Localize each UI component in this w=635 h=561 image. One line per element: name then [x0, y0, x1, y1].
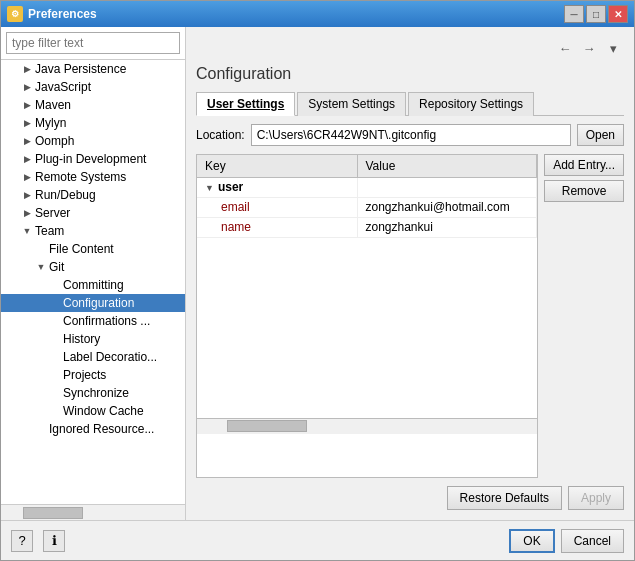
- tab-label-user-settings: User Settings: [207, 97, 284, 111]
- open-button[interactable]: Open: [577, 124, 624, 146]
- tree-arrow-plugin-dev: [21, 153, 33, 165]
- tree-arrow-java-persistence: [21, 63, 33, 75]
- add-entry-button[interactable]: Add Entry...: [544, 154, 624, 176]
- sidebar-label-remote-systems: Remote Systems: [35, 170, 126, 184]
- sidebar-label-server: Server: [35, 206, 70, 220]
- title-bar: ⚙ Preferences ─ □ ✕: [1, 1, 634, 27]
- window-title: Preferences: [28, 7, 564, 21]
- sidebar-label-window-cache: Window Cache: [63, 404, 144, 418]
- sidebar-label-ignored-resource: Ignored Resource...: [49, 422, 154, 436]
- cancel-button[interactable]: Cancel: [561, 529, 624, 553]
- sidebar-label-oomph: Oomph: [35, 134, 74, 148]
- table-row[interactable]: ▼user: [197, 177, 537, 197]
- sidebar-item-java-persistence[interactable]: Java Persistence: [1, 60, 185, 78]
- sidebar-label-maven: Maven: [35, 98, 71, 112]
- dialog-bottom-right: OK Cancel: [509, 529, 624, 553]
- sidebar-item-git[interactable]: Git: [1, 258, 185, 276]
- close-button[interactable]: ✕: [608, 5, 628, 23]
- sidebar-label-java-persistence: Java Persistence: [35, 62, 126, 76]
- left-hscroll[interactable]: [1, 504, 185, 520]
- tab-system-settings[interactable]: System Settings: [297, 92, 406, 116]
- sidebar-label-configuration: Configuration: [63, 296, 134, 310]
- minimize-button[interactable]: ─: [564, 5, 584, 23]
- sidebar-label-history: History: [63, 332, 100, 346]
- sidebar-label-git: Git: [49, 260, 64, 274]
- tree-arrow-maven: [21, 99, 33, 111]
- help-button[interactable]: ?: [11, 530, 33, 552]
- maximize-button[interactable]: □: [586, 5, 606, 23]
- tree-arrow-history: [49, 333, 61, 345]
- tabs: User SettingsSystem SettingsRepository S…: [196, 91, 624, 116]
- back-button[interactable]: ←: [554, 37, 576, 59]
- tab-user-settings[interactable]: User Settings: [196, 92, 295, 116]
- sidebar-item-file-content[interactable]: File Content: [1, 240, 185, 258]
- toolbar-row: ← → ▾: [196, 37, 624, 59]
- sidebar-item-history[interactable]: History: [1, 330, 185, 348]
- sidebar-item-projects[interactable]: Projects: [1, 366, 185, 384]
- sidebar-item-remote-systems[interactable]: Remote Systems: [1, 168, 185, 186]
- sidebar-label-run-debug: Run/Debug: [35, 188, 96, 202]
- location-row: Location: C:\Users\6CR442W9NT\.gitconfig…: [196, 124, 624, 146]
- tree-arrow-configuration: [49, 297, 61, 309]
- sidebar-item-window-cache[interactable]: Window Cache: [1, 402, 185, 420]
- table-row[interactable]: emailzongzhankui@hotmail.com: [197, 197, 537, 217]
- location-value: C:\Users\6CR442W9NT\.gitconfig: [251, 124, 571, 146]
- sidebar-item-run-debug[interactable]: Run/Debug: [1, 186, 185, 204]
- dropdown-button[interactable]: ▾: [602, 37, 624, 59]
- tree-arrow-file-content: [35, 243, 47, 255]
- dialog-bottom-left: ? ℹ: [11, 530, 65, 552]
- restore-defaults-button[interactable]: Restore Defaults: [447, 486, 562, 510]
- sidebar-item-plugin-dev[interactable]: Plug-in Development: [1, 150, 185, 168]
- sidebar-item-maven[interactable]: Maven: [1, 96, 185, 114]
- ok-button[interactable]: OK: [509, 529, 554, 553]
- location-label: Location:: [196, 128, 245, 142]
- sidebar-item-team[interactable]: Team: [1, 222, 185, 240]
- tree-arrow-oomph: [21, 135, 33, 147]
- tree-arrow-committing: [49, 279, 61, 291]
- sidebar-item-committing[interactable]: Committing: [1, 276, 185, 294]
- sidebar-item-ignored-resource[interactable]: Ignored Resource...: [1, 420, 185, 438]
- tree-arrow-projects: [49, 369, 61, 381]
- preferences-window: ⚙ Preferences ─ □ ✕ Java PersistenceJava…: [0, 0, 635, 561]
- col-key: Key: [197, 155, 357, 177]
- window-icon: ⚙: [7, 6, 23, 22]
- sidebar-item-oomph[interactable]: Oomph: [1, 132, 185, 150]
- window-controls: ─ □ ✕: [564, 5, 628, 23]
- tree-arrow-mylyn: [21, 117, 33, 129]
- table-hscroll[interactable]: [197, 418, 537, 434]
- dialog-bottom: ? ℹ OK Cancel: [1, 520, 634, 560]
- tree-arrow-javascript: [21, 81, 33, 93]
- sidebar-label-mylyn: Mylyn: [35, 116, 66, 130]
- tree-arrow-run-debug: [21, 189, 33, 201]
- table-header-row: Key Value: [197, 155, 537, 177]
- sidebar-item-synchronize[interactable]: Synchronize: [1, 384, 185, 402]
- sidebar-label-javascript: JavaScript: [35, 80, 91, 94]
- sidebar-label-confirmations: Confirmations ...: [63, 314, 150, 328]
- tab-repository-settings[interactable]: Repository Settings: [408, 92, 534, 116]
- info-button[interactable]: ℹ: [43, 530, 65, 552]
- content-area: Java PersistenceJavaScriptMavenMylynOomp…: [1, 27, 634, 520]
- bottom-row: Restore Defaults Apply: [196, 486, 624, 510]
- sidebar-label-plugin-dev: Plug-in Development: [35, 152, 146, 166]
- table-side-buttons: Add Entry... Remove: [544, 154, 624, 202]
- sidebar-label-file-content: File Content: [49, 242, 114, 256]
- forward-button[interactable]: →: [578, 37, 600, 59]
- sidebar-item-javascript[interactable]: JavaScript: [1, 78, 185, 96]
- filter-input[interactable]: [6, 32, 180, 54]
- panel-title: Configuration: [196, 65, 624, 83]
- col-value: Value: [357, 155, 537, 177]
- sidebar-item-configuration[interactable]: Configuration: [1, 294, 185, 312]
- tree-arrow-ignored-resource: [35, 423, 47, 435]
- config-table: Key Value ▼useremailzongzhankui@hotmail.…: [197, 155, 537, 238]
- sidebar-item-confirmations[interactable]: Confirmations ...: [1, 312, 185, 330]
- apply-button[interactable]: Apply: [568, 486, 624, 510]
- tree-arrow-team: [21, 225, 33, 237]
- table-wrapper: Key Value ▼useremailzongzhankui@hotmail.…: [196, 154, 624, 478]
- table-row[interactable]: namezongzhankui: [197, 217, 537, 237]
- tree-arrow-git: [35, 261, 47, 273]
- remove-button[interactable]: Remove: [544, 180, 624, 202]
- sidebar-item-label-decorations[interactable]: Label Decoratio...: [1, 348, 185, 366]
- left-panel: Java PersistenceJavaScriptMavenMylynOomp…: [1, 27, 186, 520]
- sidebar-item-server[interactable]: Server: [1, 204, 185, 222]
- sidebar-item-mylyn[interactable]: Mylyn: [1, 114, 185, 132]
